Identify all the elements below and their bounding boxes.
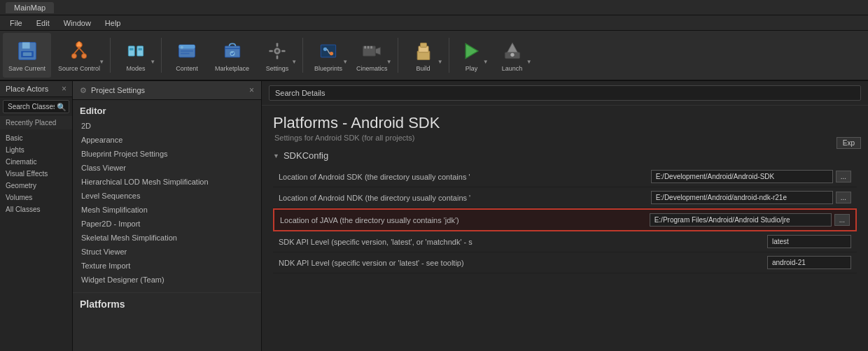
settings-title-icon: ⚙: [80, 86, 87, 95]
nav-struct-viewer[interactable]: Struct Viewer: [73, 245, 261, 259]
category-geometry[interactable]: Geometry: [0, 180, 72, 192]
sdk-value-java: ...: [650, 213, 850, 227]
launch-button[interactable]: Launch ▼: [491, 33, 533, 78]
nav-paper2d-import[interactable]: Paper2D - Import: [73, 217, 261, 231]
category-all-classes[interactable]: All Classes: [0, 203, 72, 215]
sdk-label-android-ndk: Location of Android NDK (the directory u…: [279, 194, 651, 202]
cinematics-label: Cinematics: [356, 65, 388, 72]
sdk-browse-java[interactable]: ...: [834, 214, 850, 226]
svg-rect-34: [368, 46, 370, 49]
sdk-section: SDKConfig Location of Android SDK (the d…: [262, 145, 868, 279]
category-lights[interactable]: Lights: [0, 144, 72, 156]
nav-hierarchical-lod[interactable]: Hierarchical LOD Mesh Simplification: [73, 175, 261, 189]
place-actors-close[interactable]: ×: [62, 84, 66, 94]
nav-level-sequences[interactable]: Level Sequences: [73, 189, 261, 203]
sdk-input-sdk-api[interactable]: [767, 235, 851, 248]
launch-icon: [500, 38, 525, 64]
menu-window[interactable]: Window: [58, 17, 97, 29]
nav-skeletal-mesh[interactable]: Skeletal Mesh Simplification: [73, 231, 261, 245]
left-panel: Place Actors × 🔍 Recently Placed Basic L…: [0, 81, 73, 351]
svg-point-42: [510, 53, 514, 57]
build-button[interactable]: Build ▼: [402, 33, 444, 78]
modes-label: Modes: [127, 65, 146, 72]
sdk-input-android-ndk[interactable]: [651, 191, 833, 204]
settings-label: Settings: [266, 65, 289, 72]
nav-class-viewer[interactable]: Class Viewer: [73, 161, 261, 175]
svg-rect-33: [365, 46, 367, 49]
nav-texture-import[interactable]: Texture Import: [73, 259, 261, 273]
sdk-input-java[interactable]: [650, 213, 832, 227]
menu-bar: File Edit Window Help: [0, 15, 868, 31]
settings-button[interactable]: Settings ▼: [256, 33, 298, 78]
svg-rect-23: [276, 43, 279, 46]
platform-subtitle: Settings for Android SDK (for all projec…: [273, 134, 857, 142]
sdk-value-android-sdk: ...: [651, 170, 851, 183]
sdk-browse-android-ndk[interactable]: ...: [836, 192, 851, 203]
save-current-button[interactable]: Save Current: [3, 33, 51, 78]
platform-title: Platforms - Android SDK: [273, 114, 857, 132]
sdk-browse-android-sdk[interactable]: ...: [836, 171, 851, 182]
svg-point-28: [323, 48, 327, 51]
build-icon: [411, 38, 436, 64]
play-button[interactable]: Play ▼: [454, 33, 490, 78]
menu-edit[interactable]: Edit: [31, 17, 55, 29]
settings-icon: [265, 38, 290, 64]
menu-file[interactable]: File: [4, 17, 28, 29]
sdk-label-ndk-api: NDK API Level (specific version or 'late…: [279, 259, 767, 267]
separator-2: [161, 38, 162, 73]
separator-3: [302, 38, 303, 73]
svg-rect-16: [181, 46, 183, 49]
svg-rect-3: [22, 52, 31, 56]
expand-button[interactable]: Exp: [836, 137, 861, 149]
save-current-label: Save Current: [8, 65, 46, 72]
project-settings-title: Project Settings: [91, 86, 145, 94]
toolbar: Save Current Source Control ▼: [0, 31, 868, 81]
category-visual-effects[interactable]: Visual Effects: [0, 168, 72, 180]
marketplace-button[interactable]: Marketplace: [209, 33, 255, 78]
nav-2d[interactable]: 2D: [73, 119, 261, 133]
content-icon: [174, 38, 200, 64]
svg-rect-11: [137, 46, 144, 56]
separator-1: [110, 38, 111, 73]
svg-marker-32: [376, 48, 381, 55]
category-cinematic[interactable]: Cinematic: [0, 156, 72, 168]
content-button[interactable]: Content: [166, 33, 208, 78]
title-tab[interactable]: MainMap: [6, 2, 54, 13]
sdk-input-android-sdk[interactable]: [651, 170, 833, 183]
category-basic[interactable]: Basic: [0, 132, 72, 144]
settings-nav-list: 2D Appearance Blueprint Project Settings…: [73, 119, 261, 287]
search-details-input[interactable]: [269, 85, 861, 101]
cinematics-arrow: ▼: [386, 59, 392, 65]
play-icon: [459, 38, 484, 64]
nav-mesh-simplification[interactable]: Mesh Simplification: [73, 203, 261, 217]
cinematics-button[interactable]: Cinematics ▼: [351, 33, 393, 78]
source-control-arrow: ▼: [99, 59, 104, 65]
search-icon[interactable]: 🔍: [57, 102, 66, 111]
platform-header: Platforms - Android SDK Settings for And…: [262, 106, 868, 145]
svg-rect-13: [139, 48, 142, 51]
source-control-icon: [66, 38, 92, 64]
source-control-button[interactable]: Source Control ▼: [52, 33, 106, 78]
play-arrow: ▼: [483, 59, 489, 65]
nav-widget-designer[interactable]: Widget Designer (Team): [73, 273, 261, 287]
category-volumes[interactable]: Volumes: [0, 192, 72, 203]
svg-point-5: [71, 54, 76, 59]
save-icon: [15, 38, 40, 64]
sdk-row-android-sdk: Location of Android SDK (the directory u…: [273, 166, 857, 187]
place-actors-title: Place Actors: [6, 85, 48, 93]
category-list: Basic Lights Cinematic Visual Effects Ge…: [0, 129, 72, 218]
sdk-input-ndk-api[interactable]: [767, 256, 851, 269]
nav-appearance[interactable]: Appearance: [73, 133, 261, 147]
nav-blueprint-project-settings[interactable]: Blueprint Project Settings: [73, 147, 261, 161]
sdk-section-title: SDKConfig: [273, 150, 857, 161]
svg-point-6: [82, 54, 87, 59]
blueprints-button[interactable]: Blueprints ▼: [307, 33, 349, 78]
launch-arrow: ▼: [526, 59, 532, 65]
menu-help[interactable]: Help: [99, 17, 127, 29]
modes-arrow: ▼: [150, 59, 155, 65]
modes-button[interactable]: Modes ▼: [115, 33, 157, 78]
sdk-row-java: Location of JAVA (the directory usually …: [273, 208, 857, 231]
svg-point-22: [276, 50, 279, 52]
sdk-label-android-sdk: Location of Android SDK (the directory u…: [279, 173, 651, 181]
project-settings-close[interactable]: ×: [249, 85, 254, 95]
